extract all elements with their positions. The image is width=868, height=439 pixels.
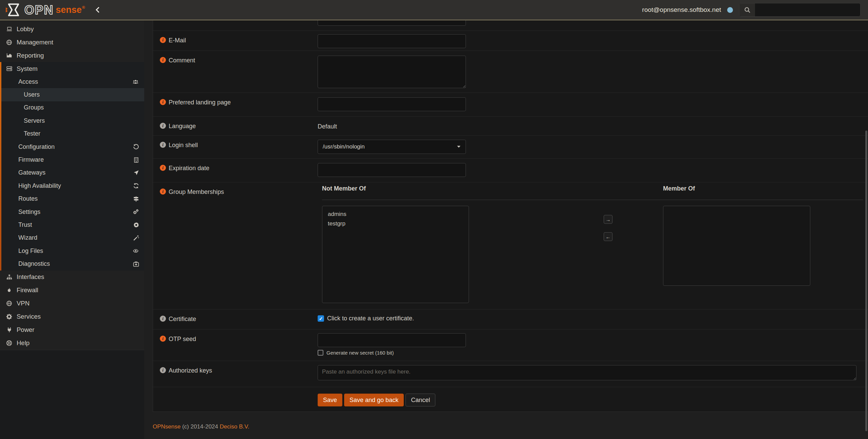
generate-secret-checkbox[interactable]: Generate new secret (160 bit) xyxy=(318,350,394,356)
fire-icon xyxy=(4,287,14,293)
sidebar-item-configuration[interactable]: Configuration xyxy=(0,140,144,153)
sidebar-item-power[interactable]: Power xyxy=(0,323,144,337)
sidebar-item-access[interactable]: Access xyxy=(0,75,144,88)
magic-wand-icon xyxy=(133,235,139,241)
cancel-button[interactable]: Cancel xyxy=(405,394,435,406)
info-icon[interactable]: i xyxy=(160,165,166,171)
status-dot[interactable] xyxy=(727,7,733,13)
checkbox-label: Generate new secret (160 bit) xyxy=(326,350,394,356)
sidebar-item-label: Services xyxy=(17,313,41,320)
info-icon[interactable]: i xyxy=(160,99,166,105)
cogs-icon xyxy=(132,209,139,215)
field-label: Certificate xyxy=(169,315,196,323)
sidebar-item-label: System xyxy=(17,65,38,73)
search-input[interactable] xyxy=(755,3,860,16)
sidebar-item-high-availability[interactable]: High Availability xyxy=(0,179,144,192)
sidebar-item-services[interactable]: Services xyxy=(0,310,144,323)
sidebar-item-label: Gateways xyxy=(18,169,45,176)
info-icon[interactable]: i xyxy=(160,142,166,148)
info-icon[interactable]: i xyxy=(160,367,166,373)
copyright-text: (c) 2014-2024 xyxy=(182,423,218,430)
email-input[interactable] xyxy=(318,34,466,48)
sidebar-item-vpn[interactable]: VPN xyxy=(0,297,144,310)
sidebar-item-tester[interactable]: Tester xyxy=(0,127,144,140)
registered-mark: ® xyxy=(82,5,85,10)
sidebar-item-lobby[interactable]: Lobby xyxy=(0,22,144,36)
list-item[interactable]: admins xyxy=(322,209,469,219)
sidebar-item-label: Access xyxy=(18,78,38,85)
move-right-button[interactable]: → xyxy=(604,215,612,224)
sitemap-icon xyxy=(4,274,14,280)
comment-textarea[interactable] xyxy=(318,56,466,88)
logged-in-user: root@opnsense.softbox.net xyxy=(642,6,721,14)
sidebar-item-firewall[interactable]: Firewall xyxy=(0,284,144,297)
opnsense-logo[interactable]: OPNsense® xyxy=(0,3,85,17)
sidebar-collapse-button[interactable] xyxy=(95,6,101,13)
sidebar-item-system[interactable]: System xyxy=(0,62,144,75)
list-item[interactable]: testgrp xyxy=(322,219,469,228)
sidebar-item-management[interactable]: Management xyxy=(0,36,144,49)
cog-icon xyxy=(4,314,14,320)
sidebar-item-settings[interactable]: Settings xyxy=(0,205,144,218)
sidebar-item-reporting[interactable]: Reporting xyxy=(0,49,144,62)
vertical-scrollbar-thumb[interactable] xyxy=(865,131,867,431)
sidebar-item-diagnostics[interactable]: Diagnostics xyxy=(0,257,144,270)
globe-icon xyxy=(4,39,14,45)
login-shell-select[interactable]: /usr/sbin/nologin xyxy=(318,140,466,154)
sidebar-item-groups[interactable]: Groups xyxy=(0,101,144,114)
save-and-go-back-button[interactable]: Save and go back xyxy=(344,394,404,406)
form-row-authorized-keys: i Authorized keys xyxy=(153,361,868,387)
move-left-button[interactable]: ← xyxy=(604,232,612,241)
info-icon[interactable]: i xyxy=(160,37,166,43)
save-button[interactable]: Save xyxy=(318,394,342,406)
sidebar-item-help[interactable]: Help xyxy=(0,337,144,350)
info-icon[interactable]: i xyxy=(160,336,166,342)
field-label: Authorized keys xyxy=(169,367,212,374)
caret-down-icon xyxy=(457,145,461,148)
sidebar-item-label: Management xyxy=(17,39,53,46)
create-certificate-checkbox[interactable]: ✓ Click to create a user certificate. xyxy=(318,315,414,322)
laptop-icon xyxy=(4,26,14,32)
sidebar-item-users[interactable]: Users xyxy=(0,88,144,101)
sidebar-item-servers[interactable]: Servers xyxy=(0,114,144,127)
authorized-keys-textarea[interactable] xyxy=(318,365,856,380)
sidebar-item-label: Lobby xyxy=(17,25,34,33)
otp-seed-input[interactable] xyxy=(318,333,466,347)
header-divider xyxy=(322,200,863,200)
landing-page-input[interactable] xyxy=(318,97,466,111)
area-chart-icon xyxy=(4,53,14,58)
field-label: Language xyxy=(169,122,196,130)
footer: OPNsense (c) 2014-2024 Deciso B.V. xyxy=(153,423,249,430)
server-icon xyxy=(4,66,14,72)
info-icon[interactable]: i xyxy=(160,316,166,322)
checkbox-label: Click to create a user certificate. xyxy=(327,315,414,322)
opnsense-footer-link[interactable]: OPNsense xyxy=(153,423,181,430)
sidebar-item-wizard[interactable]: Wizard xyxy=(0,232,144,244)
form-row-group-memberships: i Group Memberships Not Member Of Member… xyxy=(153,182,868,310)
sidebar-nav: Lobby Management Reporting System Access xyxy=(0,20,144,439)
fullname-input[interactable] xyxy=(318,20,466,26)
sidebar-item-firmware[interactable]: Firmware xyxy=(0,153,144,166)
brand-sense-text: sense® xyxy=(56,5,85,15)
sidebar-item-routes[interactable]: Routes xyxy=(0,193,144,205)
info-icon[interactable]: i xyxy=(160,188,166,195)
certificate-icon xyxy=(133,222,139,228)
field-label: Group Memberships xyxy=(169,188,224,196)
expiration-date-input[interactable] xyxy=(318,163,466,177)
sidebar-item-label: High Availability xyxy=(18,182,61,189)
sidebar-item-trust[interactable]: Trust xyxy=(0,218,144,231)
info-icon[interactable]: i xyxy=(160,57,166,63)
sidebar-item-gateways[interactable]: Gateways xyxy=(0,166,144,179)
sidebar-item-interfaces[interactable]: Interfaces xyxy=(0,271,144,284)
info-icon[interactable]: i xyxy=(160,123,166,129)
member-of-listbox[interactable] xyxy=(663,206,810,286)
not-member-of-listbox[interactable]: admins testgrp xyxy=(322,206,469,303)
sidebar-item-log-files[interactable]: Log Files xyxy=(0,244,144,257)
opnsense-window: OPNsense® root@opnsense.softbox.net Lobb… xyxy=(0,0,868,439)
user-edit-form: i E-Mail i Comment i Preferred landing p… xyxy=(153,20,868,412)
sidebar-item-label: Tester xyxy=(24,130,40,137)
deciso-footer-link[interactable]: Deciso B.V. xyxy=(220,423,249,430)
sidebar-item-label: Trust xyxy=(18,221,32,228)
top-bar: OPNsense® root@opnsense.softbox.net xyxy=(0,0,868,20)
login-shell-value: /usr/sbin/nologin xyxy=(323,143,365,150)
